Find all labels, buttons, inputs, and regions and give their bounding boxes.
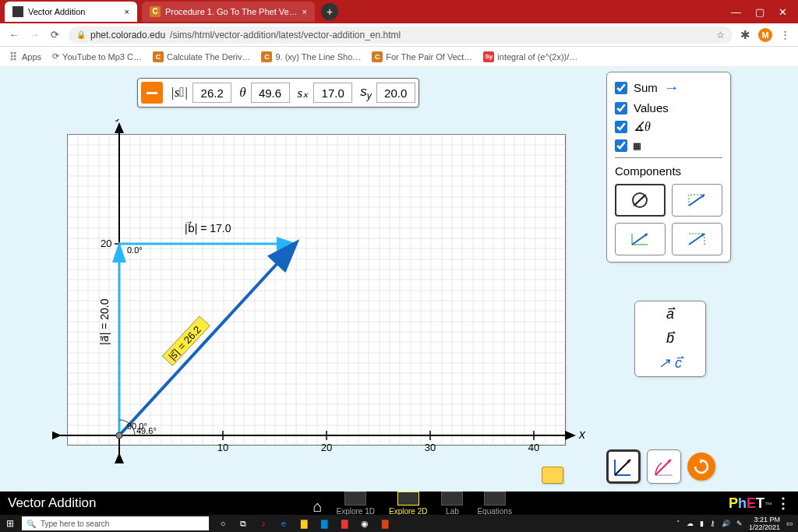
close-icon[interactable]: × bbox=[302, 7, 307, 16]
svg-point-108 bbox=[116, 432, 122, 439]
grid-checkbox[interactable] bbox=[615, 139, 627, 152]
windows-taskbar: ⊞ 🔍 Type here to search ○ ⧉ ♪ e ▇ ▇ ▇ ◉ … bbox=[0, 515, 798, 532]
tray-chevron[interactable]: ˄ bbox=[676, 520, 680, 527]
grid-icon: ▦ bbox=[634, 139, 641, 153]
bookmark-line[interactable]: C9. (xy) The Line Sho… bbox=[261, 51, 361, 62]
close-icon[interactable]: × bbox=[125, 7, 129, 16]
svg-line-3 bbox=[689, 195, 704, 206]
mode-cartesian-button[interactable] bbox=[606, 449, 641, 484]
bookmark-star[interactable]: ☆ bbox=[716, 30, 725, 41]
chrome-icon[interactable]: ◉ bbox=[358, 517, 371, 530]
sy-label: sy bbox=[358, 84, 373, 101]
sum-label: Sum bbox=[634, 81, 658, 94]
vector-palette: ⇀a ⇀b ↗⇀c bbox=[634, 301, 706, 377]
wifi-icon[interactable]: ⚷ bbox=[710, 520, 715, 527]
component-triangle-button[interactable] bbox=[672, 184, 722, 217]
back-button[interactable]: ← bbox=[8, 29, 20, 41]
store-icon[interactable]: ▇ bbox=[318, 517, 330, 530]
taskbar-clock[interactable]: 3:21 PM 1/22/2021 bbox=[749, 516, 780, 531]
bookmark-integral[interactable]: Syintegral of (e^(2x))/… bbox=[483, 51, 577, 62]
search-placeholder: Type here to search bbox=[41, 520, 109, 528]
angle-checkbox[interactable] bbox=[615, 121, 627, 133]
reload-button[interactable]: ⟳ bbox=[48, 29, 61, 41]
new-tab-button[interactable]: + bbox=[321, 3, 338, 20]
vector-c-source[interactable]: ↗⇀c bbox=[659, 354, 682, 372]
svg-line-2 bbox=[635, 196, 644, 205]
bookmark-pair-vect[interactable]: CFor The Pair Of Vect… bbox=[372, 51, 472, 62]
sim-title: Vector Addition bbox=[8, 495, 96, 511]
sum-checkbox[interactable] bbox=[615, 82, 627, 94]
vector-b-source[interactable]: ⇀b bbox=[666, 330, 674, 347]
component-projection-button[interactable] bbox=[672, 223, 722, 255]
home-button[interactable]: ⌂ bbox=[312, 498, 322, 516]
window-controls: — ▢ ✕ bbox=[731, 6, 798, 18]
graph-svg: 10 20 30 40 20 x y |b⃗| = 17.0 |a⃗| = 20… bbox=[52, 119, 598, 470]
url-bar[interactable]: 🔒 phet.colorado.edu/sims/html/vector-add… bbox=[69, 26, 733, 44]
groove-icon[interactable]: ♪ bbox=[257, 517, 270, 530]
svg-text:40: 40 bbox=[528, 442, 539, 453]
graph-area[interactable]: 10 20 30 40 20 x y |b⃗| = 17.0 |a⃗| = 20… bbox=[67, 134, 566, 446]
tab-title: Vector Addition bbox=[28, 7, 85, 16]
screen-explore1d[interactable]: Explore 1D bbox=[337, 491, 375, 516]
cortana-icon[interactable]: ○ bbox=[217, 517, 229, 530]
values-checkbox[interactable] bbox=[615, 102, 627, 115]
address-row: ← → ⟳ 🔒 phet.colorado.edu/sims/html/vect… bbox=[0, 23, 798, 47]
svg-text:10: 10 bbox=[217, 442, 228, 453]
bookmark-youtube[interactable]: ⟳YouTube to Mp3 C… bbox=[52, 51, 142, 62]
tab-vector-addition[interactable]: Vector Addition × bbox=[5, 2, 137, 22]
magnitude-label: |s⃗| bbox=[169, 85, 189, 100]
vector-readout-bar: |s⃗| 26.2 θ 49.6 sₓ 17.0 sy 20.0 bbox=[137, 78, 419, 107]
angle-s-text: 49.6° bbox=[136, 426, 157, 435]
collapse-button[interactable] bbox=[141, 82, 163, 104]
forward-button[interactable]: → bbox=[28, 29, 41, 41]
screen-explore2d[interactable]: Explore 2D bbox=[389, 491, 427, 516]
explorer-icon[interactable]: ▇ bbox=[298, 517, 310, 530]
profile-button[interactable]: M bbox=[758, 28, 772, 42]
bookmark-calc-deriv[interactable]: CCalculate The Deriv… bbox=[153, 51, 250, 62]
simulation-area: |s⃗| 26.2 θ 49.6 sₓ 17.0 sy 20.0 Sum→ Va… bbox=[0, 67, 798, 491]
office-icon[interactable]: ▇ bbox=[338, 517, 351, 530]
screen-lab[interactable]: Lab bbox=[441, 491, 463, 516]
svg-text:20: 20 bbox=[321, 442, 332, 453]
svg-text:x: x bbox=[578, 428, 586, 441]
screen-equations[interactable]: Equations bbox=[477, 491, 511, 516]
phet-logo[interactable]: PhET™ ⋮ bbox=[729, 495, 790, 512]
pen-icon[interactable]: ✎ bbox=[736, 520, 743, 527]
powerpoint-icon[interactable]: ▇ bbox=[379, 517, 391, 530]
maximize-button[interactable]: ▢ bbox=[755, 6, 764, 18]
extensions-icon[interactable]: ✱ bbox=[740, 28, 750, 42]
taskbar-search[interactable]: 🔍 Type here to search bbox=[22, 516, 209, 530]
magnitude-value: 26.2 bbox=[192, 83, 231, 103]
browser-tabstrip: Vector Addition × C Procedure 1. Go To T… bbox=[0, 0, 798, 23]
edge-icon[interactable]: e bbox=[277, 517, 290, 530]
control-panel: Sum→ Values ∡θ ▦ Components bbox=[606, 72, 731, 262]
start-button[interactable]: ⊞ bbox=[0, 518, 20, 529]
battery-icon[interactable]: ▮ bbox=[700, 520, 704, 527]
angle-icon: ∡θ bbox=[634, 119, 651, 134]
values-label: Values bbox=[634, 101, 669, 115]
component-none-button[interactable] bbox=[615, 184, 666, 217]
reset-button[interactable] bbox=[687, 453, 715, 481]
volume-icon[interactable]: 🔊 bbox=[722, 520, 730, 527]
minimize-button[interactable]: — bbox=[731, 6, 741, 18]
onedrive-icon[interactable]: ☁ bbox=[687, 520, 694, 527]
angle-b-text: 0.0° bbox=[127, 245, 143, 255]
notifications-icon[interactable]: ▭ bbox=[786, 520, 793, 527]
tab-chegg[interactable]: C Procedure 1. Go To The Phet Ve… × bbox=[142, 2, 315, 22]
component-parallel-button[interactable] bbox=[615, 223, 666, 255]
mode-buttons bbox=[606, 449, 715, 484]
taskview-icon[interactable]: ⧉ bbox=[237, 517, 249, 530]
vector-sum bbox=[119, 244, 295, 435]
theta-label: θ bbox=[238, 85, 247, 100]
sy-value: 20.0 bbox=[376, 83, 415, 103]
menu-icon[interactable]: ⋮ bbox=[780, 29, 790, 41]
phet-favicon bbox=[12, 6, 23, 17]
close-window-button[interactable]: ✕ bbox=[779, 6, 787, 18]
components-label: Components bbox=[615, 164, 722, 178]
theta-value: 49.6 bbox=[251, 83, 290, 103]
mode-polar-button[interactable] bbox=[647, 449, 681, 484]
svg-text:20: 20 bbox=[101, 238, 111, 249]
vector-a-source[interactable]: ⇀a bbox=[666, 306, 674, 322]
eraser-button[interactable] bbox=[542, 467, 563, 484]
apps-button[interactable]: ⠿Apps bbox=[8, 51, 41, 62]
